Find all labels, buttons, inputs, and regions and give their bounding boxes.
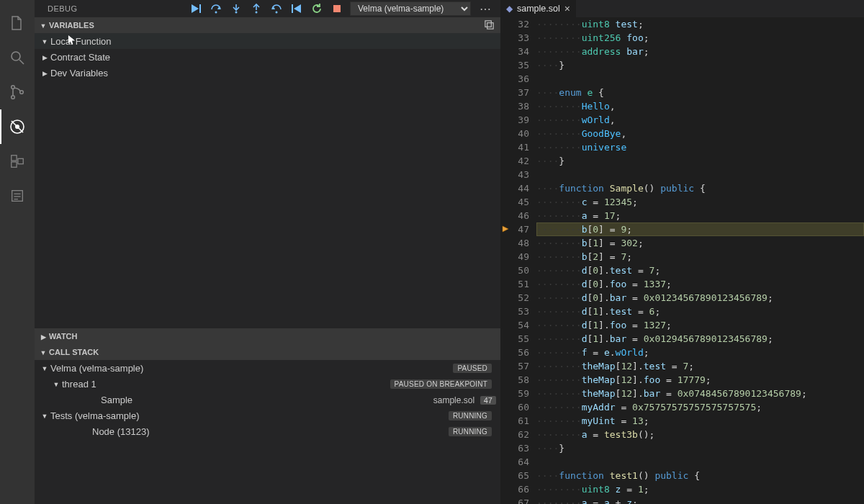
tab-label: sample.sol — [517, 4, 560, 14]
activity-extensions-icon[interactable] — [0, 144, 35, 179]
session-label: Tests (velma-sample) — [50, 410, 140, 421]
continue-button[interactable] — [189, 1, 203, 16]
svg-point-16 — [215, 12, 217, 14]
status-badge: PAUSED ON BREAKPOINT — [390, 379, 492, 389]
watch-panel-header[interactable]: WATCH — [35, 328, 500, 344]
svg-rect-10 — [18, 158, 23, 163]
frame-label: Sample — [101, 395, 132, 405]
svg-point-2 — [12, 86, 15, 89]
svg-point-21 — [276, 12, 278, 14]
svg-point-3 — [12, 96, 15, 99]
scope-dev-variables[interactable]: Dev Variables — [35, 65, 500, 81]
scope-label: Local Function — [50, 36, 112, 47]
chevron-down-icon — [37, 22, 49, 30]
status-badge: RUNNING — [449, 427, 492, 436]
status-badge: PAUSED — [453, 364, 492, 373]
step-into-button[interactable] — [229, 1, 243, 16]
collapse-all-icon[interactable] — [484, 19, 495, 32]
svg-rect-9 — [12, 162, 17, 167]
svg-rect-22 — [292, 4, 293, 13]
activity-git-icon[interactable] — [0, 75, 35, 109]
callstack-title: CALL STACK — [49, 348, 99, 356]
callstack-frame[interactable]: Sample sample.sol 47 — [35, 392, 500, 408]
close-icon[interactable]: × — [564, 3, 570, 14]
editor: ◆ sample.sol × 3233343536373839404142434… — [500, 0, 864, 504]
debug-sidebar: DEBUG Velma (velma-sample) ⋯ — [35, 0, 500, 504]
chevron-right-icon — [37, 333, 49, 341]
activity-search-icon[interactable] — [0, 40, 35, 75]
frame-line: 47 — [480, 396, 496, 405]
svg-point-0 — [12, 52, 20, 60]
chevron-down-icon — [39, 412, 50, 420]
activity-explorer-icon[interactable] — [0, 6, 35, 40]
svg-rect-24 — [485, 20, 491, 26]
code-lines[interactable]: ········uint8 test;········uint256 foo;·… — [536, 17, 864, 504]
svg-line-1 — [19, 60, 24, 64]
reverse-button[interactable] — [289, 1, 304, 16]
session-label: Velma (velma-sample) — [50, 363, 143, 374]
thread-label: thread 1 — [62, 379, 96, 390]
scope-local-function[interactable]: Local Function — [35, 33, 500, 49]
thread-label: Node (13123) — [92, 426, 150, 437]
svg-rect-15 — [199, 4, 201, 13]
watch-title: WATCH — [49, 332, 78, 341]
step-over-button[interactable] — [209, 1, 223, 16]
chevron-down-icon — [39, 364, 50, 372]
restart-button[interactable] — [310, 1, 324, 16]
scope-contract-state[interactable]: Contract State — [35, 49, 500, 65]
svg-point-18 — [235, 12, 238, 14]
debug-config-select[interactable]: Velma (velma-sample) — [350, 1, 471, 16]
chevron-down-icon — [50, 380, 62, 388]
callstack-session[interactable]: Tests (velma-sample) RUNNING — [35, 408, 500, 423]
stop-button[interactable] — [330, 1, 344, 16]
callstack-body: Velma (velma-sample) PAUSED thread 1 PAU… — [35, 360, 500, 439]
svg-point-7 — [15, 125, 19, 129]
scope-label: Dev Variables — [50, 68, 108, 78]
callstack-session[interactable]: Velma (velma-sample) PAUSED — [35, 360, 500, 376]
chevron-right-icon — [39, 69, 50, 77]
chevron-right-icon — [39, 53, 50, 61]
frame-file: sample.sol — [433, 395, 474, 405]
debug-toolbar: Velma (velma-sample) ⋯ — [189, 0, 500, 17]
svg-rect-8 — [12, 156, 17, 161]
svg-point-20 — [256, 12, 258, 14]
line-number-gutter: 3233343536373839404142434445464748495051… — [512, 17, 536, 504]
callstack-panel-header[interactable]: CALL STACK — [35, 344, 500, 360]
callstack-thread[interactable]: thread 1 PAUSED ON BREAKPOINT — [35, 376, 500, 392]
code-area[interactable]: 3233343536373839404142434445464748495051… — [500, 17, 864, 504]
activity-other-icon[interactable] — [0, 179, 35, 213]
step-out-button[interactable] — [249, 1, 264, 16]
status-badge: RUNNING — [449, 411, 492, 420]
scope-label: Contract State — [50, 52, 110, 63]
variables-panel-header[interactable]: VARIABLES — [35, 17, 500, 33]
editor-tab-bar: ◆ sample.sol × — [500, 0, 864, 17]
step-back-button[interactable] — [269, 1, 284, 16]
activity-debug-icon[interactable] — [0, 109, 35, 144]
chevron-down-icon — [39, 37, 50, 45]
editor-tab[interactable]: ◆ sample.sol × — [500, 0, 577, 17]
chevron-down-icon — [37, 348, 49, 356]
activity-bar — [0, 0, 35, 504]
svg-rect-25 — [487, 22, 493, 28]
breakpoint-gutter[interactable] — [500, 17, 512, 504]
variables-body: Local Function Contract State Dev Variab… — [35, 33, 500, 81]
debug-more-icon[interactable]: ⋯ — [477, 2, 495, 16]
variables-title: VARIABLES — [49, 21, 94, 30]
callstack-thread[interactable]: Node (13123) RUNNING — [35, 423, 500, 439]
solidity-file-icon: ◆ — [506, 4, 513, 14]
svg-rect-23 — [333, 5, 341, 12]
